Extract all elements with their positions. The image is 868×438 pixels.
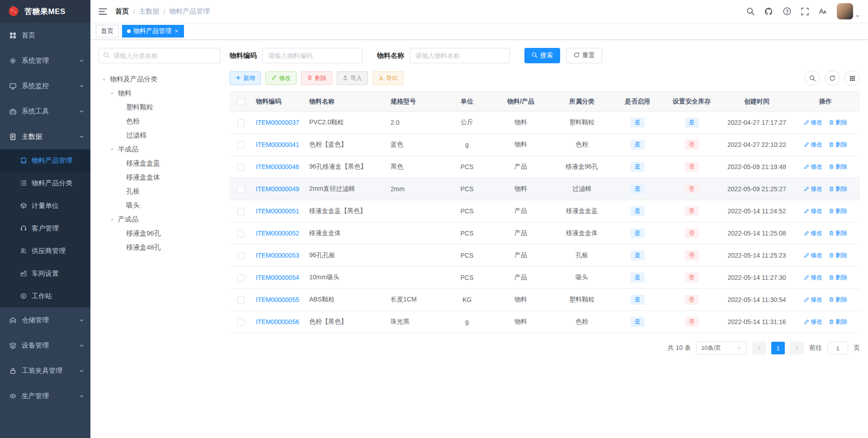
- item-code-link[interactable]: ITEM00000054: [256, 274, 299, 281]
- prev-page-button[interactable]: [752, 342, 766, 354]
- tree-node-10[interactable]: 产成品: [99, 212, 221, 226]
- row-delete-button[interactable]: 删除: [829, 296, 847, 304]
- user-menu[interactable]: [837, 3, 860, 19]
- tree-node-4[interactable]: 过滤棉: [99, 128, 221, 142]
- tree-node-6[interactable]: 移液盒盒盖: [99, 156, 221, 170]
- sidebar-subitem-4-1[interactable]: 物料产品分类: [0, 172, 90, 194]
- row-edit-button[interactable]: 修改: [804, 185, 822, 193]
- row-edit-button[interactable]: 修改: [804, 207, 822, 215]
- search-icon[interactable]: [746, 7, 755, 15]
- row-edit-button[interactable]: 修改: [804, 118, 822, 127]
- item-code-link[interactable]: ITEM00000046: [256, 163, 299, 170]
- caret-down-icon[interactable]: [108, 217, 116, 222]
- export-button[interactable]: 导出: [373, 71, 404, 85]
- select-all-checkbox[interactable]: [237, 98, 245, 105]
- row-checkbox[interactable]: [237, 274, 245, 282]
- columns-button[interactable]: [844, 71, 860, 86]
- row-delete-button[interactable]: 删除: [829, 118, 847, 127]
- reset-button[interactable]: 重置: [566, 48, 602, 63]
- sidebar-item-5[interactable]: 仓储管理: [0, 307, 90, 333]
- page-size-select[interactable]: 10条/页: [696, 341, 747, 355]
- app-logo[interactable]: 苦糖果MES: [0, 0, 90, 23]
- item-code-link[interactable]: ITEM00000056: [256, 318, 299, 325]
- sidebar-item-3[interactable]: 系统工具: [0, 99, 90, 124]
- edit-button[interactable]: 修改: [265, 71, 297, 85]
- row-edit-button[interactable]: 修改: [804, 163, 822, 171]
- help-icon[interactable]: [783, 7, 791, 15]
- row-edit-button[interactable]: 修改: [804, 273, 822, 282]
- sidebar-subitem-4-5[interactable]: 车间设置: [0, 262, 90, 285]
- row-edit-button[interactable]: 修改: [804, 296, 822, 304]
- row-delete-button[interactable]: 删除: [829, 273, 847, 282]
- github-icon[interactable]: [764, 7, 773, 16]
- row-checkbox[interactable]: [237, 252, 245, 259]
- row-checkbox[interactable]: [237, 186, 245, 193]
- breadcrumb-item-0[interactable]: 首页: [115, 7, 129, 16]
- font-size-icon[interactable]: [819, 7, 827, 15]
- next-page-button[interactable]: [790, 342, 804, 354]
- item-code-link[interactable]: ITEM00000053: [256, 252, 299, 259]
- row-checkbox[interactable]: [237, 164, 245, 171]
- sidebar-subitem-4-0[interactable]: 物料产品管理: [0, 149, 90, 172]
- tree-node-11[interactable]: 移液盒96孔: [99, 226, 221, 240]
- item-code-link[interactable]: ITEM00000051: [256, 207, 299, 215]
- sidebar-subitem-4-4[interactable]: 供应商管理: [0, 240, 90, 262]
- breadcrumb-item-1[interactable]: 主数据: [139, 7, 159, 16]
- category-search-input[interactable]: [99, 48, 221, 63]
- sidebar-item-7[interactable]: 工装夹具管理: [0, 358, 90, 383]
- hamburger-icon[interactable]: [99, 7, 107, 16]
- sidebar-item-1[interactable]: 系统管理: [0, 48, 90, 73]
- add-button[interactable]: 新增: [230, 71, 261, 85]
- row-checkbox[interactable]: [237, 208, 245, 215]
- row-delete-button[interactable]: 删除: [829, 163, 847, 171]
- search-button[interactable]: 搜索: [524, 48, 560, 63]
- sidebar-subitem-4-6[interactable]: 工作站: [0, 285, 90, 307]
- row-checkbox[interactable]: [237, 319, 245, 326]
- tree-node-9[interactable]: 吸头: [99, 198, 221, 212]
- import-button[interactable]: 导入: [337, 71, 368, 85]
- page-1-button[interactable]: 1: [771, 342, 785, 354]
- row-delete-button[interactable]: 删除: [829, 229, 847, 237]
- tree-node-2[interactable]: 塑料颗粒: [99, 100, 221, 114]
- delete-button[interactable]: 删除: [301, 71, 332, 85]
- row-edit-button[interactable]: 修改: [804, 229, 822, 237]
- sidebar-item-6[interactable]: 设备管理: [0, 333, 90, 358]
- sidebar-item-4[interactable]: 主数据: [0, 124, 90, 149]
- sidebar-item-2[interactable]: 系统监控: [0, 73, 90, 99]
- sidebar-item-0[interactable]: 首页: [0, 23, 90, 48]
- item-code-link[interactable]: ITEM00000041: [256, 141, 299, 148]
- caret-down-icon[interactable]: [108, 91, 116, 96]
- tree-node-5[interactable]: 半成品: [99, 142, 221, 156]
- row-checkbox[interactable]: [237, 119, 245, 127]
- row-delete-button[interactable]: 删除: [829, 185, 847, 193]
- toggle-search-button[interactable]: [805, 71, 820, 86]
- fullscreen-icon[interactable]: [801, 8, 809, 15]
- tree-node-0[interactable]: 物料及产品分类: [99, 72, 221, 86]
- row-checkbox[interactable]: [237, 230, 245, 237]
- tree-node-1[interactable]: 物料: [99, 86, 221, 100]
- row-checkbox[interactable]: [237, 297, 245, 304]
- row-edit-button[interactable]: 修改: [804, 251, 822, 259]
- row-delete-button[interactable]: 删除: [829, 318, 847, 326]
- code-input[interactable]: [262, 48, 363, 63]
- goto-page-input[interactable]: [827, 342, 848, 354]
- row-checkbox[interactable]: [237, 141, 245, 149]
- close-tab-icon[interactable]: [174, 28, 179, 33]
- item-code-link[interactable]: ITEM00000049: [256, 185, 299, 193]
- caret-down-icon[interactable]: [108, 147, 116, 152]
- row-delete-button[interactable]: 删除: [829, 207, 847, 215]
- tree-node-12[interactable]: 移液盒48孔: [99, 240, 221, 254]
- tab-1[interactable]: 物料产品管理: [122, 25, 184, 38]
- tab-0[interactable]: 首页: [96, 25, 118, 38]
- tree-node-3[interactable]: 色粉: [99, 114, 221, 128]
- refresh-button[interactable]: [825, 71, 840, 86]
- sidebar-subitem-4-3[interactable]: 客户管理: [0, 217, 90, 240]
- row-edit-button[interactable]: 修改: [804, 141, 822, 149]
- tree-node-8[interactable]: 孔板: [99, 184, 221, 198]
- row-delete-button[interactable]: 删除: [829, 251, 847, 259]
- sidebar-subitem-4-2[interactable]: 计量单位: [0, 194, 90, 217]
- row-edit-button[interactable]: 修改: [804, 318, 822, 326]
- item-code-link[interactable]: ITEM00000037: [256, 119, 299, 126]
- tree-node-7[interactable]: 移液盒盒体: [99, 170, 221, 184]
- name-input[interactable]: [410, 48, 510, 63]
